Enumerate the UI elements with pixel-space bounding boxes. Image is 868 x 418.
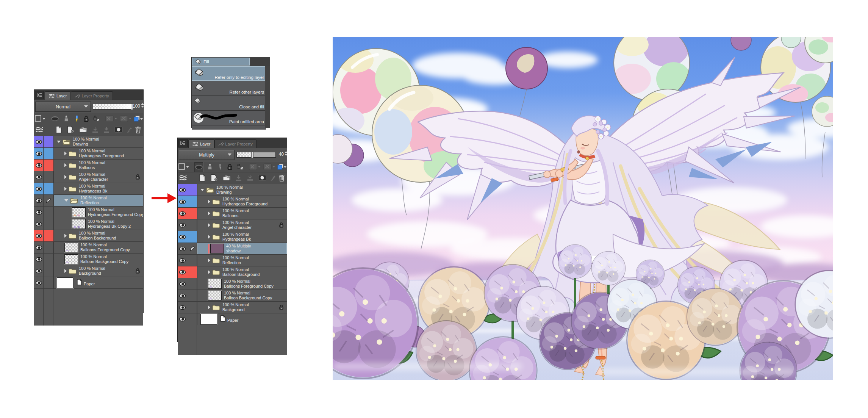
paper-thumbnail[interactable] [57, 277, 74, 288]
panel-list-icon-icon[interactable] [178, 173, 188, 182]
new-layer-settings-icon[interactable] [210, 173, 219, 182]
layer-color-dropdown-icon[interactable] [277, 162, 287, 171]
layer-content[interactable]: 100 % NormalHydrangeas Foreground [54, 148, 143, 159]
layer-content[interactable]: 100 % NormalBalloons [197, 208, 287, 219]
layer-row-reflection[interactable]: 100 % NormalReflection [34, 195, 143, 207]
collapse-icon[interactable] [200, 189, 204, 191]
layer-color-dropdown-icon[interactable] [133, 114, 143, 123]
layer-visibility-toggle[interactable] [178, 313, 187, 325]
layer-thumbnail[interactable] [64, 254, 78, 264]
collapse-icon[interactable] [64, 199, 68, 202]
opacity-spinner[interactable] [285, 151, 288, 156]
layer-visibility-toggle[interactable] [178, 278, 187, 290]
layer-visibility-toggle[interactable] [178, 208, 187, 219]
expand-icon[interactable] [208, 270, 210, 274]
lock-layer-icon[interactable] [227, 162, 233, 171]
opacity-slider[interactable] [93, 104, 132, 110]
new-raster-layer-icon[interactable] [55, 125, 62, 134]
subtool-item-close-and-fill[interactable]: Close and fill [192, 96, 266, 111]
opacity-slider[interactable] [236, 152, 276, 158]
layer-content[interactable]: 100 % NormalBalloon Background [54, 230, 143, 241]
layer-row-balloons[interactable]: 100 % NormalBalloons [34, 160, 143, 171]
layer-thumbnail[interactable] [72, 207, 86, 217]
layer-visibility-toggle[interactable] [34, 254, 44, 265]
layer-content[interactable]: 100 % NormalHydrangeas Bk [197, 231, 287, 243]
layer-row-hydrangeas-bk-copy-2[interactable]: 100 % NormalHydrangeas Bk Copy 2 [34, 218, 143, 230]
layer-row-paper[interactable]: Paper [178, 313, 287, 325]
layer-content[interactable]: 100 % NormalDrawing [54, 136, 143, 147]
layer-visibility-toggle[interactable] [178, 184, 187, 196]
layer-row-balloon-background-copy[interactable]: 100 % NormalBalloon Background Copy [178, 290, 287, 302]
layer-visibility-toggle[interactable] [34, 218, 44, 230]
layer-row-hydrangeas-bk[interactable]: 100 % NormalHydrangeas Bk [34, 183, 143, 195]
layer-visibility-toggle[interactable] [178, 243, 187, 254]
new-layer-settings-icon[interactable] [67, 125, 75, 134]
subtool-item-paint-unfilled-area[interactable]: Paint unfilled area [192, 111, 266, 125]
layer-row-balloon-background[interactable]: 100 % NormalBalloon Background [34, 230, 143, 242]
layer-content[interactable]: 100 % NormalHydrangeas Foreground [197, 196, 287, 207]
layer-row-drawing[interactable]: 100 % NormalDrawing [34, 136, 143, 148]
collapse-icon[interactable] [57, 141, 61, 143]
expand-icon[interactable] [64, 163, 67, 167]
layer-visibility-toggle[interactable] [34, 136, 44, 147]
layer-content[interactable]: Paper [197, 313, 287, 325]
layer-visibility-toggle[interactable] [34, 242, 44, 253]
layer-content[interactable]: 100 % NormalBalloons [54, 160, 143, 171]
delete-layer-icon[interactable] [135, 125, 141, 134]
layer-visibility-toggle[interactable] [34, 171, 44, 183]
expand-icon[interactable] [64, 152, 67, 155]
layer-content[interactable]: 100 % NormalBackground [197, 302, 287, 313]
layer-content[interactable]: 100 % NormalBalloon Background Copy [54, 254, 143, 265]
layer-content[interactable]: 100 % NormalReflection [54, 195, 143, 206]
layer-row-angel-character[interactable]: 100 % NormalAngel character [34, 171, 143, 183]
layer-content[interactable]: 40 % Multiplyshadow [197, 243, 287, 254]
layer-content[interactable]: 100 % NormalAngel character [197, 219, 287, 231]
subtool-item-refer-only-to-editing-layer[interactable]: Refer only to editing layer [192, 66, 266, 81]
light-table-tower-icon[interactable] [64, 114, 69, 123]
layer-thumbnail[interactable] [208, 291, 222, 301]
layer-row-reflection[interactable]: 100 % NormalReflection [178, 255, 287, 266]
expand-icon[interactable] [64, 175, 67, 179]
subtool-scroll-strip[interactable] [265, 66, 270, 128]
layer-content[interactable]: 100 % NormalBackground [54, 265, 143, 277]
layer-visibility-toggle[interactable] [178, 302, 187, 313]
layer-content[interactable]: 100 % NormalHydrangeas Bk [54, 183, 143, 194]
layer-thumbnail[interactable] [208, 279, 222, 289]
layer-content[interactable]: 100 % NormalBalloon Background Copy [197, 290, 287, 301]
layer-row-balloon-background[interactable]: 100 % NormalBalloon Background [178, 266, 287, 278]
layer-row-background[interactable]: 100 % NormalBackground [178, 302, 287, 313]
lock-layer-icon[interactable] [83, 114, 89, 123]
expand-icon[interactable] [208, 211, 210, 215]
layer-visibility-toggle[interactable] [178, 266, 187, 278]
layer-mask-icon[interactable] [258, 173, 266, 182]
layer-visibility-toggle[interactable] [34, 160, 44, 171]
expand-icon[interactable] [64, 269, 67, 273]
layer-row-hydrangeas-foreground[interactable]: 100 % NormalHydrangeas Foreground [178, 196, 287, 208]
tab-layer-property[interactable]: Layer Property [71, 91, 113, 100]
layer-mask-icon[interactable] [114, 125, 123, 134]
layer-row-balloons-foreground-copy[interactable]: 100 % NormalBalloons Foreground Copy [178, 278, 287, 290]
panel-menu-icon[interactable] [35, 91, 44, 99]
layer-visibility-toggle[interactable] [34, 183, 44, 194]
opacity-slider-handle[interactable] [251, 152, 253, 158]
expand-icon[interactable] [208, 223, 210, 227]
layer-visibility-toggle[interactable] [34, 195, 44, 206]
selection-square-dropdown-icon[interactable] [35, 114, 46, 123]
layer-visibility-toggle[interactable] [178, 255, 187, 266]
layer-row-hydrangeas-foreground-copy-2[interactable]: 100 % NormalHydrangeas Foreground Copy 2 [34, 207, 143, 218]
fill-tool-tab[interactable]: Fill [192, 58, 250, 66]
layer-visibility-toggle[interactable] [34, 230, 44, 241]
tab-layer[interactable]: Layer [45, 91, 71, 100]
layer-content[interactable]: 100 % NormalHydrangeas Foreground Copy 2 [54, 207, 143, 218]
layer-content[interactable]: 100 % NormalReflection [197, 255, 287, 266]
layer-row-angel-character[interactable]: 100 % NormalAngel character [178, 219, 287, 231]
layer-visibility-toggle[interactable] [178, 219, 187, 231]
delete-layer-icon[interactable] [278, 173, 285, 182]
layer-visibility-toggle[interactable] [34, 207, 44, 218]
selection-square-dropdown-icon[interactable] [178, 162, 190, 171]
layer-row-balloon-background-copy[interactable]: 100 % NormalBalloon Background Copy [34, 254, 143, 265]
mask-ellipse-icon[interactable] [51, 114, 59, 123]
expand-icon[interactable] [208, 235, 210, 239]
panel-menu-icon[interactable] [178, 139, 188, 147]
blend-mode-select[interactable]: Multiply [179, 150, 235, 160]
